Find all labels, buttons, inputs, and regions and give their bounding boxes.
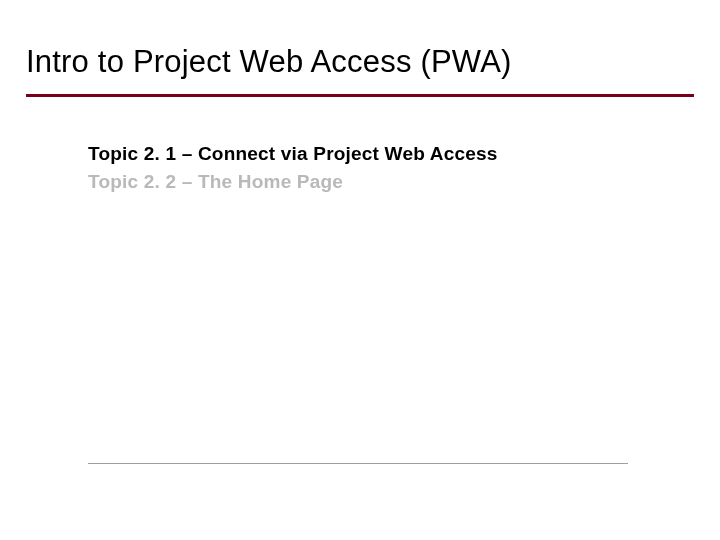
topic-list: Topic 2. 1 – Connect via Project Web Acc…	[88, 140, 660, 195]
slide: Intro to Project Web Access (PWA) Topic …	[0, 0, 720, 540]
bottom-divider	[88, 463, 628, 464]
slide-title: Intro to Project Web Access (PWA)	[26, 44, 512, 80]
title-underline	[26, 94, 694, 97]
topic-item-active: Topic 2. 1 – Connect via Project Web Acc…	[88, 140, 660, 168]
topic-item-inactive: Topic 2. 2 – The Home Page	[88, 168, 660, 196]
